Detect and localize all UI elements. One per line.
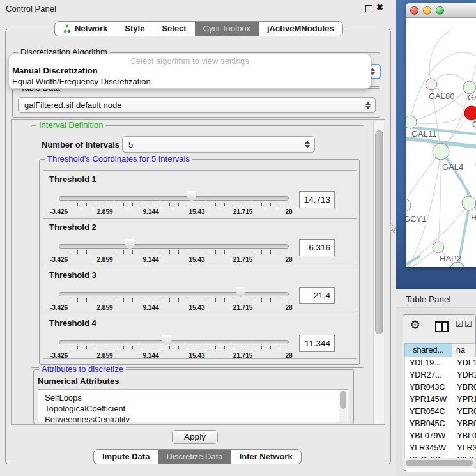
table-row[interactable]: YBR043CYBR0 <box>405 381 476 394</box>
table-row[interactable]: YBR045CYBR0 <box>405 418 476 430</box>
number-of-intervals-label: Number of Intervals <box>42 140 119 150</box>
cell-shared-name[interactable]: YER054C <box>405 406 452 418</box>
threshold-4-panel: Threshold 4-3.4262.8599.14415.4321.71528… <box>43 314 357 359</box>
column-header-name[interactable]: na <box>452 343 476 357</box>
node-gal80[interactable] <box>426 79 437 90</box>
apply-button[interactable]: Apply <box>172 430 218 444</box>
threshold-1-value-field[interactable]: 14.713 <box>299 191 335 208</box>
tab-select[interactable]: Select <box>153 22 194 36</box>
tab-cyni-toolbox[interactable]: Cyni Toolbox <box>195 22 259 36</box>
table-row[interactable]: YBL079WYBL0 <box>405 430 476 442</box>
threshold-3-value-field[interactable]: 21.4 <box>299 287 335 304</box>
vertical-scrollbar[interactable] <box>373 121 384 424</box>
zoom-traffic-light-icon[interactable] <box>436 6 444 15</box>
attribute-item-topologicalcoefficient[interactable]: TopologicalCoefficient <box>38 403 348 414</box>
checkbox-checked-icon[interactable]: ☑ <box>464 319 472 329</box>
list-scrollbar[interactable] <box>339 390 347 422</box>
cell-shared-name[interactable]: YBL079W <box>405 430 452 442</box>
tab-label: Network <box>75 22 107 36</box>
numerical-attributes-list[interactable]: SelfLoopsTopologicalCoefficientBetweenne… <box>38 389 348 422</box>
table-data-combobox[interactable]: galFiltered.sif default node <box>18 97 376 113</box>
network-window-titlebar[interactable] <box>406 3 476 18</box>
slider-ticks <box>59 298 289 304</box>
network-window: GAL80 GA GAL11 GAL4 GCY1 H HAP2 C <box>406 3 476 267</box>
tab-style[interactable]: Style <box>116 22 153 36</box>
table-row[interactable]: YLR345WYLR3 <box>405 442 476 454</box>
table-row[interactable]: YPR145WYPR1 <box>405 394 476 406</box>
thresholds-group: Threshold's Coordinates for 5 Intervals … <box>39 159 360 365</box>
tick-label: 21.715 <box>233 352 253 359</box>
table-row[interactable]: YDR27...YDR2 <box>405 369 476 381</box>
tick-label: 2.859 <box>96 352 112 359</box>
tick-label: 9.144 <box>142 304 158 311</box>
cell-shared-name[interactable]: YIL053C <box>405 454 452 458</box>
node-red-selected[interactable] <box>464 106 476 120</box>
threshold-2-slider-track[interactable] <box>59 244 289 249</box>
cell-name[interactable]: YDL1 <box>452 357 476 369</box>
threshold-4-slider-track[interactable] <box>59 340 289 344</box>
gear-icon[interactable]: ⚙ <box>410 319 420 331</box>
attribute-item-betweennesscentrality[interactable]: BetweennessCentrality <box>38 414 348 422</box>
threshold-2-value-field[interactable]: 6.316 <box>299 239 335 256</box>
horizontal-scrollbar[interactable] <box>404 459 476 467</box>
tab-network[interactable]: Network <box>55 22 116 36</box>
cell-name[interactable]: YBR0 <box>452 381 476 394</box>
numerical-attributes-label: Numerical Attributes <box>38 376 119 386</box>
cell-name[interactable]: YIL0 <box>452 454 476 458</box>
horizontal-scrollbar-thumb[interactable] <box>406 460 473 466</box>
node-gcy1[interactable] <box>406 199 411 211</box>
column-header-shared-name[interactable]: shared... <box>404 343 452 357</box>
close-traffic-light-icon[interactable] <box>410 6 418 15</box>
threshold-1-slider-track[interactable] <box>59 196 289 201</box>
columns-icon[interactable] <box>435 321 449 332</box>
checkbox-checked-icon[interactable]: ☑ <box>456 319 463 329</box>
cell-name[interactable]: YBL0 <box>452 430 476 442</box>
cell-shared-name[interactable]: YPR145W <box>405 394 452 406</box>
list-scrollbar-thumb[interactable] <box>340 391 346 409</box>
vertical-scrollbar-thumb[interactable] <box>375 130 383 334</box>
threshold-4-value-field[interactable]: 11.344 <box>299 335 335 352</box>
cell-shared-name[interactable]: YBR045C <box>405 418 452 430</box>
algorithm-combobox-focus-ring[interactable] <box>370 64 381 79</box>
algorithm-option-manual[interactable]: Manual Discretization <box>9 65 371 76</box>
node-gal11[interactable] <box>406 116 417 128</box>
cell-shared-name[interactable]: YLR345W <box>405 442 452 454</box>
mouse-cursor <box>390 222 397 234</box>
network-graph: GAL80 GA GAL11 GAL4 GCY1 H HAP2 C <box>406 19 476 267</box>
node-gal4[interactable] <box>433 143 449 160</box>
cell-shared-name[interactable]: YBR043C <box>405 381 452 394</box>
cell-name[interactable]: YLR3 <box>452 442 476 454</box>
interval-definition-group-title: Interval Definition <box>36 121 105 130</box>
cell-name[interactable]: YBR0 <box>452 418 476 430</box>
table-panel-title: Table Panel <box>406 295 451 304</box>
minimize-traffic-light-icon[interactable] <box>423 6 431 15</box>
algorithm-option-equal-width[interactable]: Equal Width/Frequency Discretization <box>9 76 371 87</box>
attribute-item-selfloops[interactable]: SelfLoops <box>38 392 348 403</box>
table-row[interactable]: YDL19...YDL1 <box>405 357 476 369</box>
tick-label: 15.43 <box>188 304 204 311</box>
node-top-right[interactable] <box>463 81 476 94</box>
float-window-icon[interactable] <box>365 5 372 12</box>
node-label-partial-h: H <box>471 213 476 222</box>
cell-name[interactable]: YPR1 <box>452 394 476 406</box>
algorithm-popup-prompt: Select algorithm to view settings <box>9 54 371 65</box>
cell-name[interactable]: YDR2 <box>452 369 476 381</box>
tab-jactivemnodules[interactable]: jActiveMNodules <box>259 22 342 36</box>
table-row[interactable]: YIL053CYIL0 <box>405 454 476 458</box>
control-panel-title: Control Panel <box>6 4 56 13</box>
number-of-intervals-combobox[interactable]: 5 <box>122 136 315 153</box>
tick-label: 2.859 <box>96 208 112 215</box>
threshold-3-slider-track[interactable] <box>59 292 289 296</box>
node-h[interactable] <box>462 196 476 210</box>
tab-infer-network[interactable]: Infer Network <box>231 450 301 464</box>
tab-impute-data[interactable]: Impute Data <box>94 450 158 464</box>
table-row[interactable]: YER054CYER0 <box>405 406 476 418</box>
node-hap2[interactable] <box>433 242 444 253</box>
close-icon[interactable]: ✖ <box>376 3 383 12</box>
tab-discretize-data[interactable]: Discretize Data <box>158 450 231 464</box>
cell-name[interactable]: YER0 <box>452 406 476 418</box>
network-canvas[interactable]: GAL80 GA GAL11 GAL4 GCY1 H HAP2 C <box>406 19 476 267</box>
cell-shared-name[interactable]: YDR27... <box>405 369 452 381</box>
cell-shared-name[interactable]: YDL19... <box>405 357 452 369</box>
tick-label: 2.859 <box>96 304 112 311</box>
